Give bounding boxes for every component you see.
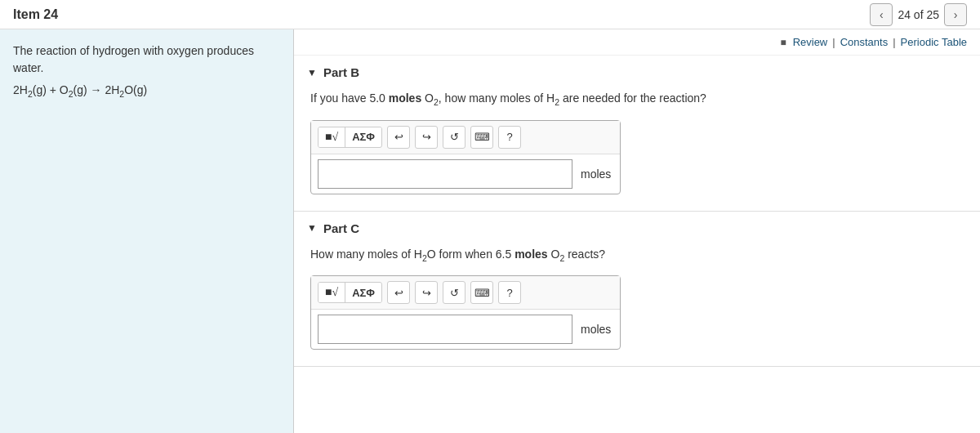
part-b-sqrt-button[interactable]: ■√ [318, 127, 345, 147]
review-link[interactable]: Review [793, 36, 828, 48]
part-c-redo-button[interactable]: ↪ [415, 281, 438, 304]
part-b-help-button[interactable]: ? [498, 126, 521, 149]
part-b-math-group: ■√ ΑΣΦ [318, 127, 382, 148]
part-b-keyboard-button[interactable]: ⌨ [470, 126, 493, 149]
top-links: ■ Review | Constants | Periodic Table [294, 29, 980, 56]
part-c-unit: moles [581, 323, 613, 336]
part-c-undo-button[interactable]: ↩ [387, 281, 410, 304]
right-panel: ■ Review | Constants | Periodic Table ▼ … [294, 29, 980, 433]
part-c-sqrt-button[interactable]: ■√ [318, 283, 345, 302]
part-b-refresh-button[interactable]: ↺ [443, 126, 466, 149]
prev-button[interactable]: ‹ [870, 3, 893, 26]
part-c-greek-button[interactable]: ΑΣΦ [345, 283, 381, 302]
part-c-question: How many moles of H2O form when 6.5 mole… [310, 245, 967, 266]
review-icon: ■ [780, 37, 786, 48]
part-c-section: ▼ Part C How many moles of H2O form when… [294, 212, 980, 368]
part-c-label: Part C [323, 221, 359, 235]
part-c-toggle-icon: ▼ [307, 222, 317, 234]
constants-link[interactable]: Constants [840, 36, 889, 48]
part-c-header[interactable]: ▼ Part C [307, 221, 967, 235]
part-b-label: Part B [323, 65, 359, 79]
next-button[interactable]: › [944, 3, 967, 26]
part-c-input[interactable] [318, 315, 572, 344]
part-b-header[interactable]: ▼ Part B [307, 65, 967, 79]
part-c-answer-box: ■√ ΑΣΦ ↩ ↪ ↺ ⌨ ? moles [310, 275, 621, 350]
part-b-input[interactable] [318, 159, 572, 189]
equation: 2H2(g) + O2(g) → 2H2O(g) [13, 82, 280, 101]
periodic-table-link[interactable]: Periodic Table [901, 36, 967, 48]
part-c-toolbar: ■√ ΑΣΦ ↩ ↪ ↺ ⌨ ? [311, 276, 620, 310]
nav-controls: ‹ 24 of 25 › [870, 3, 967, 26]
part-b-section: ▼ Part B If you have 5.0 moles O2, how m… [294, 56, 980, 212]
part-b-toolbar: ■√ ΑΣΦ ↩ ↪ ↺ ⌨ ? [311, 121, 620, 154]
item-title: Item 24 [13, 7, 58, 22]
part-c-keyboard-button[interactable]: ⌨ [470, 281, 493, 304]
part-b-redo-button[interactable]: ↪ [415, 126, 438, 149]
part-c-math-group: ■√ ΑΣΦ [318, 282, 382, 303]
header: Item 24 ‹ 24 of 25 › [0, 0, 980, 29]
part-b-answer-box: ■√ ΑΣΦ ↩ ↪ ↺ ⌨ ? moles [310, 120, 621, 194]
part-c-refresh-button[interactable]: ↺ [443, 281, 466, 304]
sqrt-icon: ■√ [325, 131, 338, 143]
part-b-unit: moles [581, 167, 613, 181]
left-description: The reaction of hydrogen with oxygen pro… [13, 42, 280, 77]
sqrt-icon-c: ■√ [325, 286, 338, 298]
part-b-undo-button[interactable]: ↩ [387, 126, 410, 149]
header-left: Item 24 [13, 7, 58, 22]
left-panel: The reaction of hydrogen with oxygen pro… [0, 29, 294, 433]
main-layout: The reaction of hydrogen with oxygen pro… [0, 29, 980, 433]
part-b-greek-button[interactable]: ΑΣΦ [345, 127, 381, 146]
nav-counter: 24 of 25 [898, 8, 939, 21]
part-c-help-button[interactable]: ? [498, 281, 521, 304]
part-c-input-row: moles [311, 310, 620, 349]
part-b-question: If you have 5.0 moles O2, how many moles… [310, 89, 967, 110]
part-b-toggle-icon: ▼ [307, 67, 317, 78]
part-b-input-row: moles [311, 154, 620, 194]
